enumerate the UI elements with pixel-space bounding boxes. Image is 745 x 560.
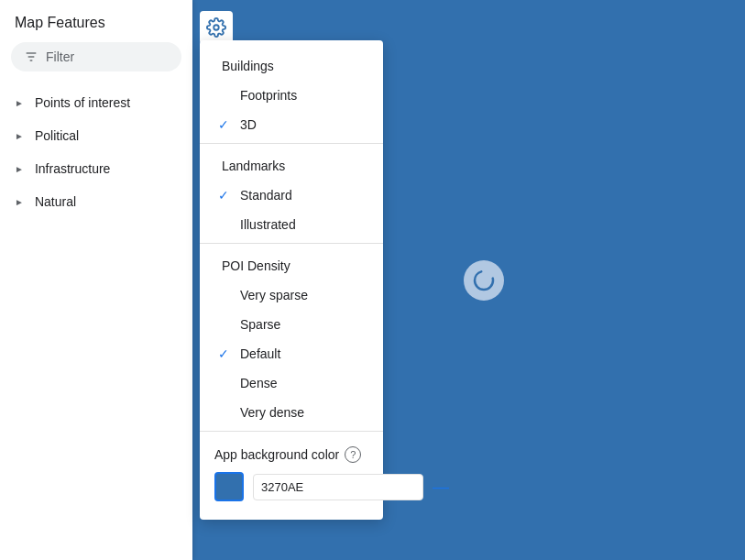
loading-spinner — [464, 260, 504, 301]
check-icon: ✓ — [218, 117, 229, 132]
sidebar-item-points-of-interest[interactable]: ► Points of interest — [0, 86, 192, 119]
filter-bar[interactable]: Filter — [11, 42, 181, 71]
buildings-footprints-label: Footprints — [240, 88, 297, 103]
chevron-icon: ► — [15, 131, 24, 141]
poi-very-sparse-label: Very sparse — [240, 288, 308, 302]
chevron-icon: ► — [15, 98, 24, 108]
color-reset-button[interactable]: — — [433, 478, 449, 495]
sidebar-item-political[interactable]: ► Political — [0, 119, 192, 152]
sidebar-title: Map Features — [0, 0, 192, 42]
color-section-title: App background color — [214, 447, 339, 462]
landmarks-illustrated-item[interactable]: Illustrated — [200, 210, 383, 239]
poi-density-section-title: POI Density — [200, 247, 383, 280]
dropdown-menu: Buildings Footprints ✓ 3D Landmarks ✓ St… — [200, 40, 383, 520]
check-icon: ✓ — [218, 188, 229, 203]
poi-sparse-item[interactable]: Sparse — [200, 310, 383, 339]
landmarks-standard-item[interactable]: ✓ Standard — [200, 181, 383, 210]
filter-label: Filter — [46, 49, 74, 64]
chevron-icon: ► — [15, 164, 24, 174]
poi-dense-item[interactable]: Dense — [200, 368, 383, 398]
buildings-footprints-item[interactable]: Footprints — [200, 81, 383, 110]
buildings-3d-item[interactable]: ✓ 3D — [200, 110, 383, 139]
poi-very-dense-label: Very dense — [240, 405, 304, 420]
landmarks-standard-label: Standard — [240, 188, 292, 203]
divider-3 — [200, 431, 383, 432]
poi-default-label: Default — [240, 346, 280, 361]
sidebar-item-natural[interactable]: ► Natural — [0, 185, 192, 218]
gear-button[interactable] — [200, 11, 233, 44]
poi-sparse-label: Sparse — [240, 317, 280, 332]
sidebar-item-infrastructure[interactable]: ► Infrastructure — [0, 152, 192, 185]
landmarks-illustrated-label: Illustrated — [240, 217, 296, 232]
filter-icon — [24, 49, 38, 64]
divider-2 — [200, 243, 383, 244]
nav-item-label: Infrastructure — [35, 161, 110, 176]
buildings-section-title: Buildings — [200, 48, 383, 81]
chevron-icon: ► — [15, 197, 24, 207]
svg-point-0 — [475, 271, 493, 290]
sidebar-nav: ► Points of interest ► Political ► Infra… — [0, 82, 192, 222]
spinner-container — [464, 260, 504, 301]
nav-item-label: Political — [35, 128, 79, 143]
color-section: App background color ? — — [200, 435, 383, 512]
buildings-3d-label: 3D — [240, 117, 257, 132]
color-row: — — [214, 472, 368, 501]
poi-default-item[interactable]: ✓ Default — [200, 339, 383, 368]
help-icon[interactable]: ? — [345, 446, 361, 463]
nav-item-label: Natural — [35, 194, 76, 209]
poi-very-sparse-item[interactable]: Very sparse — [200, 280, 383, 310]
divider-1 — [200, 143, 383, 144]
poi-dense-label: Dense — [240, 376, 277, 390]
check-icon: ✓ — [218, 346, 229, 361]
color-input[interactable] — [253, 474, 423, 500]
sidebar-title-text: Map Features — [15, 15, 105, 31]
color-swatch[interactable] — [214, 472, 244, 501]
svg-point-4 — [214, 25, 219, 30]
landmarks-section-title: Landmarks — [200, 148, 383, 181]
nav-item-label: Points of interest — [35, 95, 130, 110]
sidebar: Map Features Filter ► Points of interest… — [0, 0, 192, 560]
color-section-header: App background color ? — [214, 446, 368, 463]
poi-very-dense-item[interactable]: Very dense — [200, 398, 383, 427]
